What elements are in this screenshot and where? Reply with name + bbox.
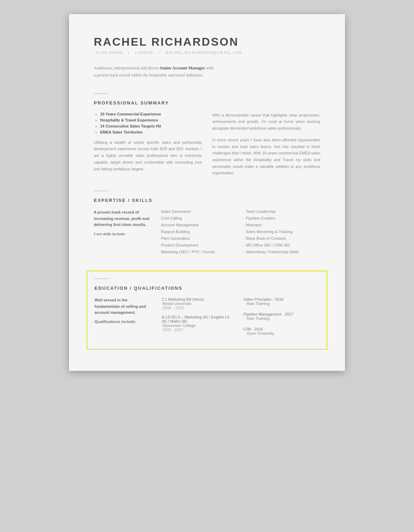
education-section: EDUCATION / QUALIFICATIONS Well versed i… bbox=[87, 271, 327, 350]
separator-1: | bbox=[128, 51, 130, 55]
summary-left-col: 10 Years Commercial Experience Hospitali… bbox=[94, 112, 202, 176]
bullet-1: 10 Years Commercial Experience bbox=[100, 112, 202, 116]
professional-summary-title: PROFESSIONAL SUMMARY bbox=[94, 100, 320, 106]
resume-page: RACHEL RICHARDSON 01234 564908 | LONDON … bbox=[69, 14, 345, 371]
contact-info: 01234 564908 | LONDON | RACHEL.RICHARDSO… bbox=[94, 51, 320, 55]
divider-3 bbox=[94, 278, 109, 279]
location: LONDON bbox=[135, 51, 153, 55]
edu-title-2: - A-LEVELS – Marketing (A) / English Lit… bbox=[158, 315, 235, 323]
skill-8: -Team Leadership bbox=[242, 209, 320, 214]
summary-left-body: Utilising a wealth of sector specific sa… bbox=[94, 139, 202, 172]
dash: - bbox=[242, 236, 244, 240]
edu-title-content-2: A-LEVELS – Marketing (A) / English Lit (… bbox=[162, 315, 235, 323]
expertise-section: EXPERTISE / SKILLS A proven track record… bbox=[94, 191, 320, 256]
skill-14: -Networking / Partnership Skills bbox=[242, 250, 320, 254]
intro-before: Ambitious, entrepreneurial and driven bbox=[94, 66, 160, 70]
education-intro: Well versed in the fundamentals of selli… bbox=[94, 297, 151, 324]
summary-right-col: With a demonstrable career that highligh… bbox=[212, 112, 320, 176]
edu-org-3: Open University bbox=[247, 331, 320, 335]
edu-right-title-1: - Sales Principles - 2018 bbox=[242, 297, 320, 301]
dash: - bbox=[157, 250, 159, 254]
professional-summary-section: PROFESSIONAL SUMMARY 10 Years Commercial… bbox=[94, 93, 320, 176]
edu-school-2: Gloucester College bbox=[162, 323, 235, 328]
dash: - bbox=[157, 236, 159, 240]
edu-org-1: Rain Training bbox=[247, 301, 320, 306]
edu-right-item-3: - CIM - 2016 Open University bbox=[242, 327, 320, 335]
dash: - bbox=[157, 216, 159, 220]
dash: - bbox=[158, 315, 160, 319]
bullet-4: EMEA Sales Territories bbox=[100, 130, 202, 134]
edu-title-content-1: 2.1 Marketing BA (Hons) bbox=[162, 297, 204, 301]
edu-item-1: - 2.1 Marketing BA (Hons) Bristol Univer… bbox=[158, 297, 235, 310]
expertise-intro-bold: A proven track record of increasing reve… bbox=[94, 209, 150, 228]
edu-item-2: - A-LEVELS – Marketing (A) / English Lit… bbox=[158, 315, 235, 332]
skill-11: -Sales Mentoring & Training bbox=[242, 230, 320, 234]
divider-2 bbox=[94, 191, 108, 191]
dash: - bbox=[242, 223, 244, 227]
dash: - bbox=[157, 209, 159, 214]
skill-9: -Pipeline Creation bbox=[242, 216, 320, 220]
qualif-label: Qualifications include: bbox=[94, 319, 151, 324]
dash: - bbox=[158, 297, 160, 301]
intro-bold: Senior Account Manager bbox=[160, 66, 205, 70]
dash: - bbox=[157, 243, 159, 247]
expertise-title: EXPERTISE / SKILLS bbox=[94, 198, 320, 203]
dash: - bbox=[157, 230, 159, 234]
edu-title-1: - 2.1 Marketing BA (Hons) bbox=[158, 297, 235, 301]
edu-right-title-3: - CIM - 2016 bbox=[242, 327, 320, 331]
edu-right-col: - Sales Principles - 2018 Rain Training … bbox=[242, 297, 320, 342]
dash: - bbox=[242, 230, 244, 234]
edu-right-item-1: - Sales Principles - 2018 Rain Training bbox=[242, 297, 320, 306]
dash: - bbox=[157, 223, 159, 227]
summary-right-body-1: With a demonstrable career that highligh… bbox=[212, 112, 320, 132]
skill-2: -Cold Calling bbox=[157, 216, 235, 220]
dash: - bbox=[242, 243, 244, 247]
bullet-3: 14 Consecutive Sales Targets Hit bbox=[100, 124, 202, 128]
header-section: RACHEL RICHARDSON 01234 564908 | LONDON … bbox=[94, 35, 320, 79]
skill-5: -Pitch Generation bbox=[157, 236, 235, 240]
intro-text: Ambitious, entrepreneurial and driven Se… bbox=[94, 64, 214, 79]
skill-7: -Marketing (SEO / PPC / Social) bbox=[157, 250, 235, 254]
skill-12: -Black Book of Contacts bbox=[242, 236, 320, 240]
skill-1: -Sales Generation bbox=[157, 209, 235, 214]
edu-intro-bold: Well versed in the fundamentals of selli… bbox=[94, 297, 151, 316]
skill-10: -Motivator bbox=[242, 223, 320, 227]
summary-right-body-2: In more recent years I have also been af… bbox=[212, 137, 320, 176]
edu-left-col: - 2.1 Marketing BA (Hons) Bristol Univer… bbox=[158, 297, 235, 337]
edu-right-item-2: - Pipeline Management - 2017 Rain Traini… bbox=[242, 312, 320, 321]
edu-school-1: Bristol University bbox=[162, 301, 235, 306]
edu-date-2: 2005 - 2007 bbox=[162, 328, 235, 332]
skill-13: -MS Office 365 / CRM 365 bbox=[242, 243, 320, 247]
education-content: Well versed in the fundamentals of selli… bbox=[94, 297, 320, 342]
summary-bullet-list: 10 Years Commercial Experience Hospitali… bbox=[94, 112, 202, 134]
expertise-content: A proven track record of increasing reve… bbox=[94, 209, 320, 256]
skills-col-1: -Sales Generation -Cold Calling -Account… bbox=[157, 209, 235, 256]
bullet-2: Hospitality & Travel Experience bbox=[100, 118, 202, 122]
edu-right-title-2: - Pipeline Management - 2017 bbox=[242, 312, 320, 316]
edu-org-2: Rain Training bbox=[247, 316, 320, 321]
skill-4: -Rapport Building bbox=[157, 230, 235, 234]
education-title: EDUCATION / QUALIFICATIONS bbox=[94, 285, 320, 291]
core-skills-label: Core skills include: bbox=[94, 232, 150, 236]
skill-6: -Product Development bbox=[157, 243, 235, 247]
phone: 01234 564908 bbox=[96, 51, 123, 55]
expertise-intro: A proven track record of increasing reve… bbox=[94, 209, 150, 256]
email: RACHEL.RICHARDSON@GMAIL.COM bbox=[166, 51, 242, 55]
dash: - bbox=[242, 209, 244, 214]
separator-2: | bbox=[159, 51, 160, 55]
candidate-name: RACHEL RICHARDSON bbox=[94, 35, 320, 49]
dash: - bbox=[242, 250, 244, 254]
divider-1 bbox=[94, 93, 108, 94]
edu-date-1: 2008 – 2010 bbox=[162, 306, 235, 310]
dash: - bbox=[242, 216, 244, 220]
skill-3: -Account Management bbox=[157, 223, 235, 227]
professional-summary-content: 10 Years Commercial Experience Hospitali… bbox=[94, 112, 320, 176]
skills-col-2: -Team Leadership -Pipeline Creation -Mot… bbox=[242, 209, 320, 256]
